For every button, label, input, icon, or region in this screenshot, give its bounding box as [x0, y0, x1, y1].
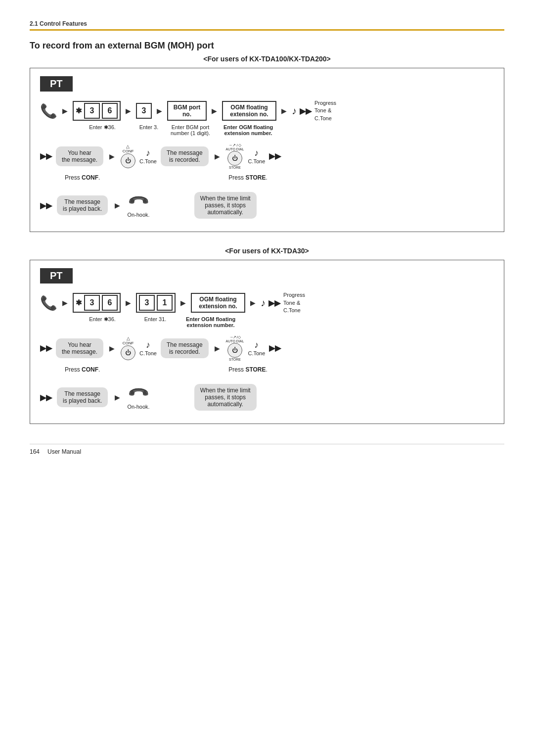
diagram2-box: PT 📞 ▶ ✱ 3 6 ▶ 3 1 ▶ [30, 260, 504, 424]
arrow-1e: ▶ [281, 107, 287, 115]
time-limit-bubble-1: When the time limit passes, it stops aut… [194, 192, 257, 219]
pt-label-2: PT [40, 268, 73, 284]
arrow-dbl-3: ▶▶ [40, 201, 52, 210]
key3-2b: 3 [139, 295, 155, 311]
diagram1-box: PT 📞 ▶ ✱ 3 6 ▶ 3 ▶ BG [30, 68, 504, 232]
star-key-1: ✱ [76, 106, 82, 115]
arrow-d2-1b: ▶ [126, 299, 131, 307]
page-number: 164 [30, 448, 40, 455]
diagram2-section: <For users of KX-TDA30> PT 📞 ▶ ✱ 3 6 ▶ 3… [30, 247, 504, 424]
conf-step-2: △ CONF ⏻ [121, 336, 135, 360]
key1-2: 1 [157, 295, 173, 311]
enter-ogm-label-1: Enter OGM floating extension number. [221, 124, 275, 136]
section-header: 2.1 Control Features [30, 20, 504, 31]
diagram1-section: <For users of KX-TDA100/KX-TDA200> PT 📞 … [30, 55, 504, 232]
ctone-2a: ♪ C.Tone [139, 340, 157, 356]
music-icon-1: ♪ [292, 105, 297, 117]
pt-label-1: PT [40, 76, 73, 92]
ctone-1a: ♪ C.Tone [139, 148, 157, 164]
main-title: To record from an external BGM (MOH) por… [30, 41, 504, 51]
arrow-dbl-2a: ▶▶ [40, 151, 52, 161]
you-hear-bubble-2: You hear the message. [56, 338, 103, 358]
conf-btn-1[interactable]: ⏻ [121, 153, 135, 168]
arrow-3a: ▶ [115, 201, 120, 209]
arrow-2a: ▶ [109, 152, 115, 160]
phone-icon-1: 📞 [40, 103, 57, 119]
progress-label-1: Progress Tone & C.Tone [314, 99, 336, 122]
press-store-2: Press STORE. [228, 366, 267, 373]
played-bubble-1: The message is played back. [57, 195, 108, 215]
onhook-step-2: 📞 On-hook. [127, 385, 149, 410]
arrow-1c: ▶ [157, 107, 162, 115]
subsection1-title: <For users of KX-TDA100/KX-TDA200> [30, 55, 504, 63]
press-store-1: Press STORE. [228, 174, 267, 181]
arrow-d2-1c: ▶ [180, 299, 186, 307]
offhook-step-1: 📞 [40, 103, 57, 119]
store-step-2: →↗/◇ AUTO DIAL ⏻ STORE [226, 335, 244, 361]
enter3-label-1: Enter 3. [138, 124, 160, 130]
msg-recorded-bubble-2: The message is recorded. [161, 338, 209, 358]
progress-tone-1: ♪ [292, 105, 297, 117]
arrow-d2-2a: ▶ [109, 344, 115, 352]
enter-ogm-label-2: Enter OGM floating extension number. [183, 316, 238, 328]
arrow-d2-2b: ▶ [215, 344, 220, 352]
phone-icon-onhook-2: 📞 [127, 381, 150, 405]
arrow-dbl-1: ▶▶ [300, 106, 312, 116]
time-limit-bubble-2: When the time limit passes, it stops aut… [194, 384, 257, 411]
music-2: ♪ [261, 297, 266, 309]
arrow-dbl-2b: ▶▶ [269, 151, 281, 161]
press-conf-2: Press CONF. [65, 366, 100, 373]
arrow-1a: ▶ [62, 107, 68, 115]
star-key-2: ✱ [76, 298, 82, 307]
enter-bgm-label-1: Enter BGM port number (1 digit). [171, 124, 210, 136]
manual-label: User Manual [47, 448, 81, 455]
key-group-star36-1: ✱ 3 6 [73, 101, 121, 121]
ctone-2b: ♪ C.Tone [248, 340, 265, 356]
offhook-step-2: 📞 [40, 295, 57, 311]
arrow-d2-1d: ▶ [250, 299, 256, 307]
key-group-31: 3 1 [136, 293, 176, 313]
arrow-dbl-d2-2b: ▶▶ [269, 343, 281, 353]
conf-btn-2[interactable]: ⏻ [121, 345, 135, 360]
store-step-1: →↗/◇ AUTO DIAL ⏻ STORE [226, 143, 244, 169]
played-bubble-2: The message is played back. [57, 387, 108, 407]
progress-label-2: Progress Tone & C.Tone [283, 291, 305, 314]
store-btn-1[interactable]: ⏻ [227, 151, 242, 166]
ogm-box-2: OGM floating extension no. [191, 293, 245, 313]
page: 2.1 Control Features To record from an e… [0, 0, 534, 485]
arrow-1d: ▶ [212, 107, 217, 115]
key3-2: 3 [84, 295, 100, 311]
arrow-dbl-d2-3: ▶▶ [40, 393, 52, 402]
phone-icon-2: 📞 [40, 295, 57, 311]
you-hear-bubble-1: You hear the message. [56, 146, 103, 166]
ogm-box-1: OGM floating extension no. [222, 101, 276, 121]
store-btn-2[interactable]: ⏻ [227, 343, 242, 358]
enter-star36-2: Enter ✱36. [78, 316, 127, 323]
key6-2: 6 [102, 295, 118, 311]
conf-step-1: △ CONF ⏻ [121, 144, 135, 168]
arrow-d2-1a: ▶ [62, 299, 68, 307]
enter31-label-2: Enter 31. [138, 316, 173, 322]
page-footer: 164 User Manual [30, 444, 504, 455]
arrow-dbl-d2-2a: ▶▶ [40, 343, 52, 353]
ctone-1b: ♪ C.Tone [248, 148, 265, 164]
subsection2-title: <For users of KX-TDA30> [30, 247, 504, 255]
enter-star36-1: Enter ✱36. [78, 124, 127, 131]
key3b-1: 3 [136, 103, 152, 119]
key-group-star36-2: ✱ 3 6 [73, 293, 121, 313]
key6-1: 6 [102, 103, 118, 119]
phone-icon-onhook-1: 📞 [127, 189, 150, 213]
key3-1: 3 [84, 103, 100, 119]
arrow-1b: ▶ [126, 107, 131, 115]
msg-recorded-bubble-1: The message is recorded. [161, 146, 209, 166]
section-label: 2.1 Control Features [30, 20, 87, 27]
press-conf-1: Press CONF. [65, 174, 100, 181]
arrow-dbl-d2-1: ▶▶ [268, 298, 280, 308]
arrow-2b: ▶ [215, 152, 220, 160]
arrow-d2-3a: ▶ [115, 393, 120, 401]
bgm-box-1: BGM port no. [167, 101, 207, 121]
onhook-step-1: 📞 On-hook. [127, 193, 149, 218]
